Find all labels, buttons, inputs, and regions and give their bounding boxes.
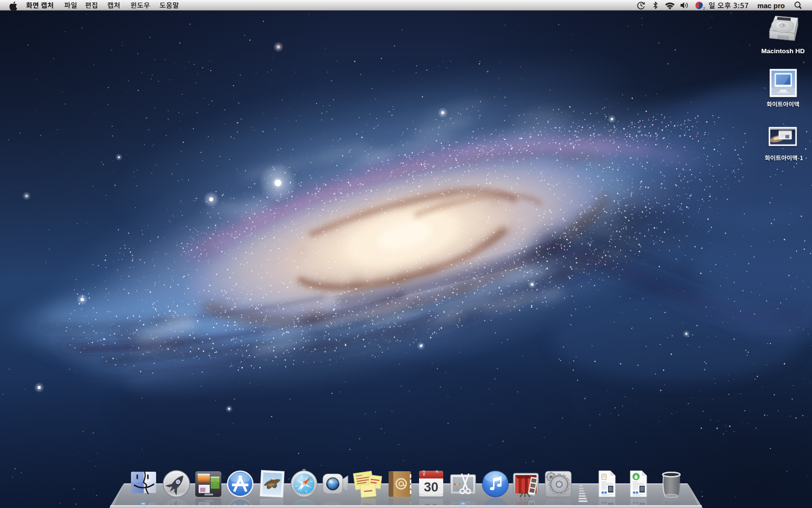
svg-text:mac pro: mac pro — [757, 2, 785, 10]
svg-text:Macintosh HD: Macintosh HD — [761, 47, 805, 55]
svg-text:30: 30 — [424, 480, 438, 494]
svg-text:2: 2 — [703, 6, 705, 11]
